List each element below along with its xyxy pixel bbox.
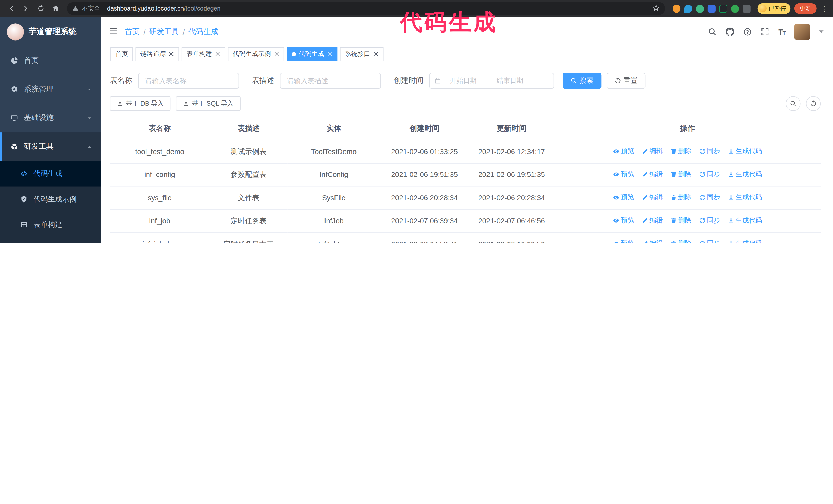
- action-sync[interactable]: 同步: [699, 169, 720, 180]
- filter-form: 表名称 表描述 创建时间 -: [110, 73, 821, 89]
- preview-icon: [613, 217, 619, 224]
- delete-icon: [670, 217, 677, 224]
- extension-icon-1[interactable]: [672, 5, 681, 13]
- profile-paused-badge[interactable]: 已暂停: [758, 3, 791, 14]
- action-edit[interactable]: 编辑: [642, 146, 663, 157]
- action-label: 生成代码: [736, 192, 762, 203]
- extensions-cluster: [669, 5, 754, 13]
- hamburger-icon[interactable]: [109, 26, 117, 37]
- tab-form-builder[interactable]: 表单构建: [182, 47, 225, 61]
- import-sql-button[interactable]: 基于 SQL 导入: [176, 96, 240, 111]
- browser-forward-button[interactable]: [19, 2, 33, 16]
- breadcrumb-codegen[interactable]: 代码生成: [188, 27, 218, 37]
- table-row: inf_config 参数配置表 InfConfig 2021-02-06 19…: [110, 163, 821, 186]
- action-generate-code[interactable]: 生成代码: [728, 146, 762, 157]
- extension-icon-2[interactable]: [684, 5, 692, 13]
- sidebar-item-home[interactable]: 首页: [0, 46, 101, 75]
- sidebar-logo[interactable]: 芋道管理系统: [0, 17, 101, 46]
- close-icon[interactable]: [327, 51, 333, 57]
- form-icon: [20, 221, 28, 229]
- action-preview[interactable]: 预览: [613, 192, 634, 203]
- sidebar-item-devtools[interactable]: 研发工具: [0, 132, 101, 161]
- toggle-search-button[interactable]: [786, 96, 801, 111]
- fullscreen-icon[interactable]: [761, 27, 769, 36]
- omnibox-divider: [103, 5, 104, 12]
- action-edit[interactable]: 编辑: [642, 238, 663, 243]
- action-edit[interactable]: 编辑: [642, 169, 663, 180]
- github-icon[interactable]: [726, 27, 734, 36]
- sidebar-item-codegen[interactable]: 代码生成: [0, 161, 101, 186]
- sidebar-item-system[interactable]: 系统管理: [0, 75, 101, 103]
- close-icon[interactable]: [215, 51, 220, 57]
- cell-entity: InfConfig: [288, 163, 380, 186]
- tab-system-api[interactable]: 系统接口: [340, 47, 384, 61]
- breadcrumb-home[interactable]: 首页: [125, 27, 140, 37]
- sidebar-item-system-api[interactable]: 系统接口: [0, 237, 101, 243]
- browser-reload-button[interactable]: [34, 2, 48, 16]
- sidebar-item-form-builder[interactable]: 表单构建: [0, 212, 101, 237]
- reset-button[interactable]: 重置: [607, 73, 645, 89]
- action-edit[interactable]: 编辑: [642, 192, 663, 203]
- action-preview[interactable]: 预览: [613, 238, 634, 243]
- tab-home[interactable]: 首页: [111, 47, 133, 61]
- action-generate-code[interactable]: 生成代码: [728, 169, 762, 180]
- bookmark-star-icon[interactable]: [652, 4, 660, 13]
- cell-table-desc: 参数配置表: [209, 163, 288, 186]
- close-icon[interactable]: [373, 51, 379, 57]
- table-desc-input[interactable]: [280, 73, 381, 89]
- action-sync[interactable]: 同步: [699, 215, 720, 226]
- action-delete[interactable]: 删除: [670, 192, 691, 203]
- tab-codegen[interactable]: 代码生成: [287, 47, 337, 61]
- extension-icon-4[interactable]: [708, 5, 716, 13]
- search-icon[interactable]: [709, 27, 717, 36]
- refresh-table-button[interactable]: [806, 96, 821, 111]
- action-preview[interactable]: 预览: [613, 146, 634, 157]
- close-icon[interactable]: [168, 51, 174, 57]
- cell-created: 2021-02-06 01:33:25: [380, 140, 469, 163]
- import-db-button[interactable]: 基于 DB 导入: [110, 96, 171, 111]
- url-domain: dashboard.yudao.iocoder.cn: [107, 5, 184, 12]
- action-edit[interactable]: 编辑: [642, 215, 663, 226]
- table-name-input[interactable]: [138, 73, 239, 89]
- browser-update-button[interactable]: 更新: [794, 3, 816, 14]
- action-preview[interactable]: 预览: [613, 215, 634, 226]
- help-icon[interactable]: [743, 27, 752, 36]
- action-preview[interactable]: 预览: [613, 169, 634, 180]
- extension-icon-6[interactable]: [731, 5, 739, 13]
- action-sync[interactable]: 同步: [699, 192, 720, 203]
- avatar-caret-down-icon[interactable]: [819, 30, 824, 33]
- close-icon[interactable]: [273, 51, 279, 57]
- extension-icon-3[interactable]: [696, 5, 704, 13]
- action-sync[interactable]: 同步: [699, 238, 720, 243]
- action-generate-code[interactable]: 生成代码: [728, 238, 762, 243]
- tab-codegen-example[interactable]: 代码生成示例: [228, 47, 284, 61]
- breadcrumb-devtools[interactable]: 研发工具: [149, 27, 179, 37]
- action-generate-code[interactable]: 生成代码: [728, 192, 762, 203]
- action-delete[interactable]: 删除: [670, 169, 691, 180]
- sidebar-item-infra[interactable]: 基础设施: [0, 103, 101, 132]
- shield-check-icon: [20, 196, 28, 203]
- action-delete[interactable]: 删除: [670, 146, 691, 157]
- action-delete[interactable]: 删除: [670, 215, 691, 226]
- browser-home-button[interactable]: [49, 2, 63, 16]
- browser-back-button[interactable]: [4, 2, 18, 16]
- user-avatar[interactable]: [794, 24, 810, 40]
- generate-code-icon: [728, 194, 734, 201]
- end-date-input[interactable]: [490, 77, 530, 85]
- action-delete[interactable]: 删除: [670, 238, 691, 243]
- start-date-input[interactable]: [443, 77, 484, 85]
- filter-table-desc: 表描述: [252, 73, 381, 89]
- browser-menu-icon[interactable]: ⋮: [820, 5, 829, 13]
- search-icon: [571, 78, 577, 84]
- extension-icon-7[interactable]: [743, 5, 751, 13]
- action-sync[interactable]: 同步: [699, 146, 720, 157]
- date-range-picker[interactable]: -: [429, 73, 554, 89]
- tab-trace[interactable]: 链路追踪: [136, 47, 179, 61]
- font-size-icon[interactable]: TT: [779, 27, 785, 36]
- sidebar-item-codegen-example[interactable]: 代码生成示例: [0, 187, 101, 212]
- search-button[interactable]: 搜索: [563, 73, 601, 89]
- action-generate-code[interactable]: 生成代码: [728, 215, 762, 226]
- address-bar[interactable]: 不安全 dashboard.yudao.iocoder.cn/tool/code…: [67, 2, 665, 15]
- extension-icon-5[interactable]: [719, 5, 727, 13]
- action-label: 编辑: [649, 238, 663, 243]
